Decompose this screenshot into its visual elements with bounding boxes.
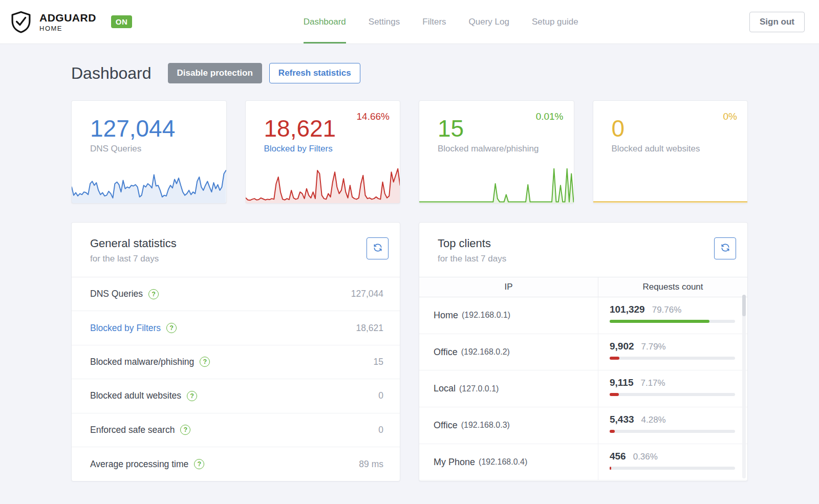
requests-percent: 7.17% <box>640 378 665 388</box>
stat-percent: 14.66% <box>357 111 390 122</box>
client-ip: (192.168.0.4) <box>479 457 527 467</box>
brand-name: ADGUARD <box>39 12 96 23</box>
nav-item-filters[interactable]: Filters <box>422 0 446 43</box>
panel-subtitle: for the last 7 days <box>438 254 729 264</box>
progress-bar-fill <box>610 393 619 396</box>
stat-percent: 0% <box>723 111 737 122</box>
blocked-adult-sparkline-chart <box>593 166 748 203</box>
stat-card-dns-queries: 127,044 DNS Queries <box>71 100 227 204</box>
client-ip: (127.0.0.1) <box>459 384 499 393</box>
panel-subtitle: for the last 7 days <box>90 254 381 264</box>
client-name: Office <box>434 347 458 358</box>
client-row-home: Home (192.168.0.1) 101,329 79.76% <box>419 297 747 334</box>
panels-row: General statistics for the last 7 days D… <box>71 222 748 504</box>
stat-card-blocked-adult: 0 0% Blocked adult websites <box>593 100 748 204</box>
stat-label: Blocked adult websites <box>612 144 748 154</box>
stat-card-blocked-malware: 15 0.01% Blocked malware/phishing <box>419 100 574 204</box>
dns-queries-sparkline-chart <box>72 166 226 203</box>
stats-row-safe-search: Enforced safe search ? 0 <box>72 413 400 447</box>
top-navigation-bar: ADGUARD HOME ON Dashboard Settings Filte… <box>0 0 819 44</box>
help-icon[interactable]: ? <box>166 323 177 333</box>
dashboard-content: Dashboard Disable protection Refresh sta… <box>71 44 748 504</box>
stat-row-value: 89 ms <box>359 459 383 470</box>
help-icon[interactable]: ? <box>200 357 210 367</box>
column-header-ip: IP <box>419 277 598 297</box>
help-icon[interactable]: ? <box>148 289 159 299</box>
disable-protection-button[interactable]: Disable protection <box>168 63 262 83</box>
stat-row-label: Enforced safe search <box>90 425 175 435</box>
progress-bar-fill <box>610 357 619 360</box>
nav-item-setup-guide[interactable]: Setup guide <box>532 0 578 43</box>
stats-row-blocked-adult: Blocked adult websites ? 0 <box>72 379 400 413</box>
client-name: Local <box>434 383 456 394</box>
requests-percent: 0.36% <box>633 452 658 462</box>
blocked-by-filters-link[interactable]: Blocked by Filters <box>264 144 400 154</box>
requests-percent: 7.79% <box>641 342 666 352</box>
help-icon[interactable]: ? <box>194 459 204 469</box>
protection-status-badge: ON <box>111 15 133 28</box>
brand-subtitle: HOME <box>39 25 96 32</box>
refresh-general-statistics-button[interactable] <box>367 237 389 259</box>
scrollbar-thumb[interactable] <box>742 295 746 316</box>
general-statistics-list: DNS Queries ? 127,044 Blocked by Filters… <box>72 277 400 481</box>
progress-bar-fill <box>610 430 615 433</box>
client-name: Home <box>434 310 458 321</box>
client-row-office-1: Office (192.168.0.2) 9,902 7.79% <box>419 334 747 371</box>
requests-count: 456 <box>610 451 626 462</box>
stats-row-dns-queries: DNS Queries ? 127,044 <box>72 277 400 311</box>
main-nav: Dashboard Settings Filters Query Log Set… <box>304 0 578 43</box>
stat-label: Blocked malware/phishing <box>438 144 574 154</box>
client-ip: (192.168.0.2) <box>461 347 510 357</box>
panel-title: General statistics <box>90 237 381 250</box>
top-clients-panel: Top clients for the last 7 days IP Reque… <box>419 222 748 481</box>
requests-progress-bar <box>610 320 735 323</box>
stat-row-value: 127,044 <box>351 289 383 299</box>
blocked-filters-sparkline-chart <box>246 166 400 203</box>
page-title-row: Dashboard Disable protection Refresh sta… <box>71 63 748 83</box>
stat-row-label: Average processing time <box>90 459 188 470</box>
stat-card-blocked-filters: 18,621 14.66% Blocked by Filters <box>245 100 401 204</box>
adguard-logo: ADGUARD HOME ON <box>9 10 132 34</box>
stat-row-label: Blocked malware/phishing <box>90 357 194 367</box>
general-statistics-panel: General statistics for the last 7 days D… <box>71 222 400 481</box>
panel-title: Top clients <box>438 237 729 250</box>
refresh-icon <box>720 243 730 254</box>
client-row-office-2: Office (192.168.0.3) 5,433 4.28% <box>419 407 747 444</box>
progress-bar-fill <box>610 467 611 470</box>
stat-label: DNS Queries <box>90 144 226 154</box>
page-title: Dashboard <box>71 64 152 83</box>
stat-row-value: 15 <box>374 357 383 367</box>
refresh-top-clients-button[interactable] <box>714 237 736 259</box>
stats-row-blocked-filters: Blocked by Filters ? 18,621 <box>72 311 400 345</box>
requests-progress-bar <box>610 467 735 470</box>
requests-count: 101,329 <box>610 304 645 315</box>
progress-bar-fill <box>610 320 709 323</box>
refresh-icon <box>373 243 383 254</box>
refresh-statistics-button[interactable]: Refresh statistics <box>269 63 360 83</box>
stats-row-processing-time: Average processing time ? 89 ms <box>72 447 400 481</box>
client-name: My Phone <box>434 457 475 468</box>
requests-percent: 4.28% <box>641 415 666 425</box>
requests-percent: 79.76% <box>652 305 682 315</box>
sign-out-button[interactable]: Sign out <box>749 12 805 32</box>
stat-row-label: Blocked adult websites <box>90 390 181 401</box>
client-ip: (192.168.0.3) <box>461 421 510 430</box>
requests-count: 9,115 <box>610 377 634 388</box>
blocked-by-filters-link[interactable]: Blocked by Filters <box>90 323 161 334</box>
stats-row-blocked-malware: Blocked malware/phishing ? 15 <box>72 345 400 379</box>
help-icon[interactable]: ? <box>180 425 190 435</box>
client-ip: (192.168.0.1) <box>462 311 510 320</box>
requests-progress-bar <box>610 357 735 360</box>
help-icon[interactable]: ? <box>187 391 197 401</box>
nav-item-query-log[interactable]: Query Log <box>469 0 509 43</box>
stat-value: 127,044 <box>90 116 226 141</box>
client-name: Office <box>434 420 458 431</box>
requests-count: 9,902 <box>610 341 634 352</box>
requests-count: 5,433 <box>610 414 634 425</box>
panel-header: General statistics for the last 7 days <box>72 223 400 277</box>
table-scrollbar[interactable] <box>742 295 746 478</box>
nav-item-settings[interactable]: Settings <box>369 0 400 43</box>
stat-row-value: 0 <box>378 425 383 435</box>
stat-cards-row: 127,044 DNS Queries 18,621 14.66% Blocke… <box>71 100 748 204</box>
nav-item-dashboard[interactable]: Dashboard <box>304 0 346 43</box>
